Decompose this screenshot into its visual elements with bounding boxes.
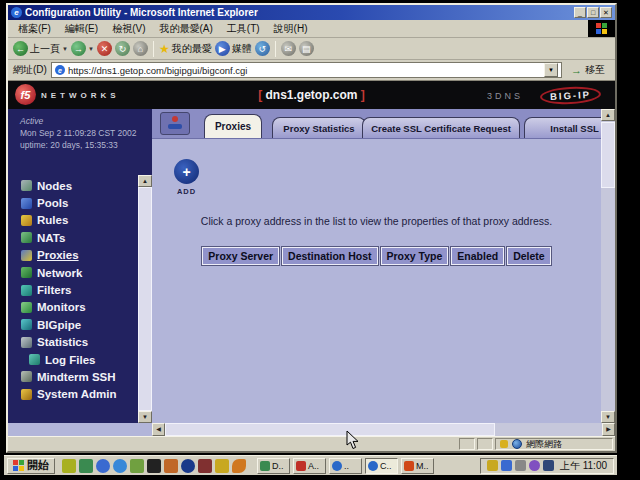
menu-favorites[interactable]: 我的最愛(A) bbox=[152, 20, 219, 38]
quicklaunch-icon-11[interactable] bbox=[232, 459, 246, 473]
tab-install-ssl-certificate[interactable]: Install SSL Certificate bbox=[524, 117, 601, 138]
tray-icon-5[interactable] bbox=[543, 460, 554, 471]
page-vertical-scrollbar[interactable]: ▲ ▼ bbox=[601, 109, 615, 423]
menu-file[interactable]: 檔案(F) bbox=[11, 20, 58, 38]
sidebar-item-proxies[interactable]: Proxies bbox=[8, 247, 138, 264]
quicklaunch-icon-8[interactable] bbox=[181, 459, 195, 473]
scroll-down-icon[interactable]: ▼ bbox=[601, 411, 615, 423]
favorites-button[interactable]: ★ 我的最愛 bbox=[159, 42, 212, 56]
page-horizontal-scrollbar[interactable]: ◀ ▶ bbox=[152, 423, 615, 436]
tab-proxy-statistics[interactable]: Proxy Statistics bbox=[272, 117, 366, 138]
horizontal-scrollbar-thumb[interactable] bbox=[165, 423, 495, 436]
sidebar-item-log-files[interactable]: Log Files bbox=[8, 351, 138, 368]
taskbar: 開始 D.. A.. .. C.. M.. 上午 11:00 bbox=[4, 455, 617, 475]
media-button[interactable]: ▶ 媒體 bbox=[215, 41, 252, 56]
sidebar-item-network[interactable]: Network bbox=[8, 264, 138, 281]
quicklaunch-icon-7[interactable] bbox=[164, 459, 178, 473]
quicklaunch-icon-4[interactable] bbox=[113, 459, 127, 473]
page-content: f5 NETWORKS [ dns1.getop.com ] 3DNS BIG-… bbox=[8, 81, 615, 436]
home-button[interactable]: ⌂ bbox=[133, 41, 148, 56]
maximize-button[interactable]: □ bbox=[587, 7, 599, 18]
column-header-proxy-server[interactable]: Proxy Server bbox=[202, 247, 279, 265]
scroll-up-icon[interactable]: ▲ bbox=[601, 109, 615, 121]
statistics-icon bbox=[21, 337, 32, 348]
column-header-destination-host[interactable]: Destination Host bbox=[282, 247, 377, 265]
scroll-up-icon[interactable]: ▲ bbox=[138, 175, 152, 187]
task-button-2[interactable]: A.. bbox=[293, 458, 326, 474]
task-button-1[interactable]: D.. bbox=[257, 458, 290, 474]
vertical-scrollbar-thumb[interactable] bbox=[601, 122, 615, 188]
menu-tools[interactable]: 工具(T) bbox=[220, 20, 267, 38]
close-button[interactable]: ✕ bbox=[600, 7, 612, 18]
menu-view[interactable]: 檢視(V) bbox=[105, 20, 152, 38]
scroll-down-icon[interactable]: ▼ bbox=[138, 411, 152, 423]
network-map-button[interactable] bbox=[160, 112, 190, 135]
go-arrow-icon: → bbox=[571, 64, 582, 76]
toolbar: ← 上一頁 ▼ → ▼ ✕ ↻ ⌂ ★ 我的最愛 ▶ 媒體 ↺ bbox=[8, 38, 615, 60]
address-dropdown-icon[interactable]: ▼ bbox=[544, 63, 558, 77]
address-input[interactable]: e https://dns1.getop.com/bigipgui/bigcon… bbox=[51, 62, 562, 78]
print-button[interactable]: ▤ bbox=[299, 41, 314, 56]
quicklaunch-icon-1[interactable] bbox=[62, 459, 76, 473]
quicklaunch-icon-10[interactable] bbox=[215, 459, 229, 473]
refresh-button[interactable]: ↻ bbox=[115, 41, 130, 56]
sidebar-item-mindterm-ssh[interactable]: Mindterm SSH bbox=[8, 368, 138, 385]
quicklaunch-icon-5[interactable] bbox=[130, 459, 144, 473]
sidebar-item-nats[interactable]: NATs bbox=[8, 229, 138, 246]
tab-proxies[interactable]: Proxies bbox=[204, 114, 262, 138]
filters-icon bbox=[21, 285, 32, 296]
quicklaunch-icon-9[interactable] bbox=[198, 459, 212, 473]
sidebar-item-bigpipe[interactable]: BIGpipe bbox=[8, 316, 138, 333]
sidebar-item-nodes[interactable]: Nodes bbox=[8, 177, 138, 194]
task-button-4-active[interactable]: C.. bbox=[365, 458, 398, 474]
scroll-left-icon[interactable]: ◀ bbox=[152, 423, 165, 436]
menu-edit[interactable]: 編輯(E) bbox=[58, 20, 105, 38]
column-header-enabled[interactable]: Enabled bbox=[451, 247, 504, 265]
tray-icon-3[interactable] bbox=[515, 460, 526, 471]
quicklaunch-icon-2[interactable] bbox=[79, 459, 93, 473]
column-header-delete[interactable]: Delete bbox=[507, 247, 551, 265]
column-header-proxy-type[interactable]: Proxy Type bbox=[381, 247, 449, 265]
sidebar-item-pools[interactable]: Pools bbox=[8, 194, 138, 211]
back-button[interactable]: ← 上一頁 ▼ bbox=[13, 41, 68, 56]
sidebar-item-label: Filters bbox=[37, 284, 72, 296]
sidebar-item-filters[interactable]: Filters bbox=[8, 281, 138, 298]
menu-help[interactable]: 說明(H) bbox=[267, 20, 315, 38]
sidebar-item-label: Nodes bbox=[37, 180, 72, 192]
tab-create-ssl-certificate-request[interactable]: Create SSL Certificate Request bbox=[362, 117, 520, 138]
forward-dropdown-icon[interactable]: ▼ bbox=[88, 46, 94, 52]
stop-button[interactable]: ✕ bbox=[97, 41, 112, 56]
proxies-icon bbox=[21, 250, 32, 261]
go-button[interactable]: → 移至 bbox=[566, 62, 610, 78]
tray-icon-1[interactable] bbox=[487, 460, 498, 471]
sidebar-item-system-admin[interactable]: System Admin bbox=[8, 386, 138, 403]
sidebar-item-label: Monitors bbox=[37, 301, 86, 313]
title-bar[interactable]: e Configuration Utility - Microsoft Inte… bbox=[8, 5, 615, 20]
hostname-label: [ dns1.getop.com ] bbox=[8, 88, 615, 102]
sidebar-scrollbar-thumb[interactable] bbox=[138, 187, 152, 411]
mail-button[interactable]: ✉ bbox=[281, 41, 296, 56]
task-button-5[interactable]: M.. bbox=[401, 458, 434, 474]
add-button[interactable]: + bbox=[174, 159, 199, 184]
scroll-right-icon[interactable]: ▶ bbox=[602, 423, 615, 436]
forward-button[interactable]: → ▼ bbox=[71, 41, 94, 56]
plus-icon: + bbox=[182, 164, 190, 180]
sidebar-item-rules[interactable]: Rules bbox=[8, 212, 138, 229]
history-button[interactable]: ↺ bbox=[255, 41, 270, 56]
quicklaunch-icon-6[interactable] bbox=[147, 459, 161, 473]
sidebar-item-label: Proxies bbox=[37, 249, 79, 261]
quicklaunch-icon-3[interactable] bbox=[96, 459, 110, 473]
stop-icon: ✕ bbox=[97, 41, 112, 56]
sidebar-item-monitors[interactable]: Monitors bbox=[8, 299, 138, 316]
sidebar-item-statistics[interactable]: Statistics bbox=[8, 334, 138, 351]
task-button-3[interactable]: .. bbox=[329, 458, 362, 474]
tray-icon-2[interactable] bbox=[501, 460, 512, 471]
sidebar-scrollbar[interactable]: ▲ ▼ bbox=[138, 175, 152, 423]
clock: 上午 11:00 bbox=[560, 459, 607, 473]
minimize-button[interactable]: _ bbox=[574, 7, 586, 18]
nats-icon bbox=[21, 232, 32, 243]
start-button[interactable]: 開始 bbox=[7, 458, 55, 474]
back-dropdown-icon[interactable]: ▼ bbox=[62, 46, 68, 52]
refresh-icon: ↻ bbox=[115, 41, 130, 56]
tray-icon-4[interactable] bbox=[529, 460, 540, 471]
